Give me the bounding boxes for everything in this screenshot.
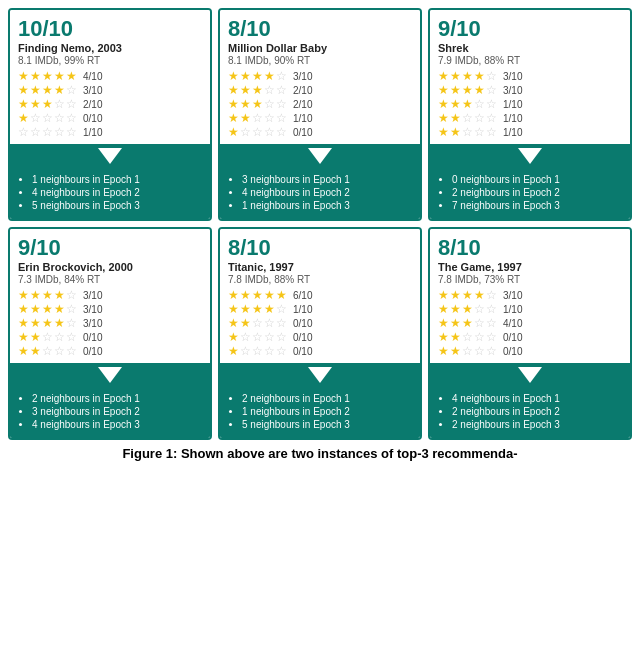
full-star-icon: ★	[18, 98, 29, 110]
full-star-icon: ★	[54, 70, 65, 82]
card-meta-4: 7.3 IMDb, 84% RT	[18, 274, 202, 285]
star-label-4-2: 3/10	[83, 318, 102, 329]
full-star-icon: ★	[438, 331, 449, 343]
card-bottom-4: 2 neighbours in Epoch 13 neighbours in E…	[10, 387, 210, 438]
star-label-5-4: 0/10	[293, 346, 312, 357]
card-title-3: Shrek	[438, 42, 622, 54]
full-star-icon: ★	[462, 84, 473, 96]
card-score-3: 9/10	[438, 16, 622, 42]
card-4: 9/10Erin Brockovich, 20007.3 IMDb, 84% R…	[8, 227, 212, 440]
empty-star-icon: ☆	[30, 126, 41, 138]
full-star-icon: ★	[474, 70, 485, 82]
empty-star-icon: ☆	[462, 112, 473, 124]
empty-star-icon: ☆	[66, 126, 77, 138]
empty-star-icon: ☆	[474, 98, 485, 110]
card-top-3: 9/10Shrek7.9 IMDb, 88% RT★★★★☆3/10★★★★☆3…	[430, 10, 630, 144]
stars-4-3: ★★☆☆☆	[18, 331, 77, 343]
full-star-icon: ★	[438, 289, 449, 301]
epoch-item-6-0: 4 neighbours in Epoch 1	[452, 393, 622, 404]
full-star-icon: ★	[450, 303, 461, 315]
full-star-icon: ★	[42, 70, 53, 82]
star-label-2-4: 0/10	[293, 127, 312, 138]
full-star-icon: ★	[30, 331, 41, 343]
full-star-icon: ★	[276, 289, 287, 301]
full-star-icon: ★	[18, 70, 29, 82]
full-star-icon: ★	[228, 98, 239, 110]
star-row-2-2: ★★★☆☆2/10	[228, 98, 412, 110]
arrow-down-icon-1	[98, 148, 122, 164]
epoch-list-4: 2 neighbours in Epoch 13 neighbours in E…	[22, 393, 202, 430]
epoch-item-6-1: 2 neighbours in Epoch 2	[452, 406, 622, 417]
full-star-icon: ★	[450, 112, 461, 124]
epoch-item-3-2: 7 neighbours in Epoch 3	[452, 200, 622, 211]
card-top-1: 10/10Finding Nemo, 20038.1 IMDb, 99% RT★…	[10, 10, 210, 144]
arrow-section-3	[430, 144, 630, 168]
full-star-icon: ★	[450, 84, 461, 96]
star-label-6-3: 0/10	[503, 332, 522, 343]
epoch-item-1-2: 5 neighbours in Epoch 3	[32, 200, 202, 211]
empty-star-icon: ☆	[474, 345, 485, 357]
full-star-icon: ★	[18, 303, 29, 315]
full-star-icon: ★	[30, 303, 41, 315]
card-top-4: 9/10Erin Brockovich, 20007.3 IMDb, 84% R…	[10, 229, 210, 363]
empty-star-icon: ☆	[240, 345, 251, 357]
star-label-4-1: 3/10	[83, 304, 102, 315]
arrow-down-icon-5	[308, 367, 332, 383]
star-label-4-4: 0/10	[83, 346, 102, 357]
star-row-1-2: ★★★☆☆2/10	[18, 98, 202, 110]
empty-star-icon: ☆	[474, 331, 485, 343]
full-star-icon: ★	[252, 70, 263, 82]
epoch-item-1-1: 4 neighbours in Epoch 2	[32, 187, 202, 198]
star-row-6-2: ★★★☆☆4/10	[438, 317, 622, 329]
empty-star-icon: ☆	[42, 331, 53, 343]
epoch-list-5: 2 neighbours in Epoch 11 neighbours in E…	[232, 393, 412, 430]
stars-3-2: ★★★☆☆	[438, 98, 497, 110]
full-star-icon: ★	[438, 317, 449, 329]
star-row-3-3: ★★☆☆☆1/10	[438, 112, 622, 124]
star-label-1-1: 3/10	[83, 85, 102, 96]
full-star-icon: ★	[474, 84, 485, 96]
star-row-5-1: ★★★★☆1/10	[228, 303, 412, 315]
empty-star-icon: ☆	[240, 126, 251, 138]
empty-star-icon: ☆	[486, 289, 497, 301]
stars-6-1: ★★★☆☆	[438, 303, 497, 315]
stars-4-0: ★★★★☆	[18, 289, 77, 301]
empty-star-icon: ☆	[486, 84, 497, 96]
full-star-icon: ★	[450, 331, 461, 343]
empty-star-icon: ☆	[30, 112, 41, 124]
full-star-icon: ★	[438, 98, 449, 110]
empty-star-icon: ☆	[486, 303, 497, 315]
star-row-3-0: ★★★★☆3/10	[438, 70, 622, 82]
empty-star-icon: ☆	[474, 317, 485, 329]
card-top-5: 8/10Titanic, 19977.8 IMDb, 88% RT★★★★★6/…	[220, 229, 420, 363]
empty-star-icon: ☆	[252, 331, 263, 343]
full-star-icon: ★	[462, 98, 473, 110]
full-star-icon: ★	[252, 98, 263, 110]
star-label-2-0: 3/10	[293, 71, 312, 82]
epoch-item-5-0: 2 neighbours in Epoch 1	[242, 393, 412, 404]
stars-1-3: ★☆☆☆☆	[18, 112, 77, 124]
star-label-6-4: 0/10	[503, 346, 522, 357]
card-bottom-6: 4 neighbours in Epoch 12 neighbours in E…	[430, 387, 630, 438]
stars-3-0: ★★★★☆	[438, 70, 497, 82]
stars-1-4: ☆☆☆☆☆	[18, 126, 77, 138]
figure-caption: Figure 1: Shown above are two instances …	[8, 446, 632, 461]
empty-star-icon: ☆	[252, 345, 263, 357]
card-meta-6: 7.8 IMDb, 73% RT	[438, 274, 622, 285]
full-star-icon: ★	[42, 289, 53, 301]
epoch-item-4-1: 3 neighbours in Epoch 2	[32, 406, 202, 417]
full-star-icon: ★	[30, 317, 41, 329]
full-star-icon: ★	[462, 303, 473, 315]
star-row-4-3: ★★☆☆☆0/10	[18, 331, 202, 343]
star-label-3-0: 3/10	[503, 71, 522, 82]
empty-star-icon: ☆	[486, 317, 497, 329]
stars-1-0: ★★★★★	[18, 70, 77, 82]
full-star-icon: ★	[240, 98, 251, 110]
star-row-5-0: ★★★★★6/10	[228, 289, 412, 301]
card-bottom-2: 3 neighbours in Epoch 14 neighbours in E…	[220, 168, 420, 219]
empty-star-icon: ☆	[276, 317, 287, 329]
star-row-3-2: ★★★☆☆1/10	[438, 98, 622, 110]
star-row-2-3: ★★☆☆☆1/10	[228, 112, 412, 124]
card-grid: 10/10Finding Nemo, 20038.1 IMDb, 99% RT★…	[8, 8, 632, 440]
star-row-6-0: ★★★★☆3/10	[438, 289, 622, 301]
